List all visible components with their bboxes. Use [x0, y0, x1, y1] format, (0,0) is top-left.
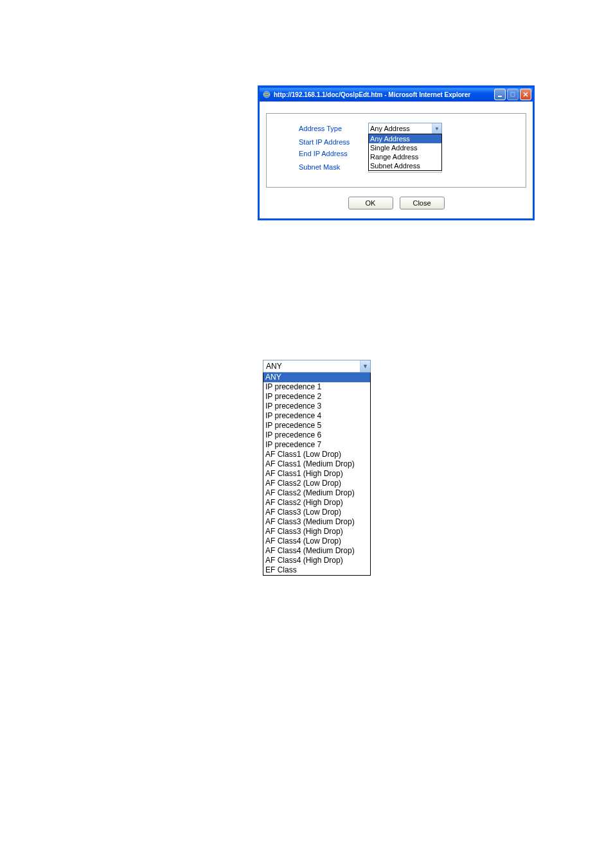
- titlebar[interactable]: http://192.168.1.1/doc/QosIpEdt.htm - Mi…: [260, 87, 533, 102]
- dropdown-option[interactable]: AF Class1 (High Drop): [263, 469, 370, 479]
- dropdown-option[interactable]: IP precedence 7: [263, 440, 370, 450]
- dropdown-option[interactable]: AF Class1 (Low Drop): [263, 450, 370, 459]
- minimize-button[interactable]: [494, 89, 506, 100]
- ie-icon: [262, 90, 271, 99]
- dscp-select-wrap: ANY ▼: [263, 360, 371, 373]
- close-button[interactable]: [520, 89, 531, 100]
- dropdown-option[interactable]: IP precedence 4: [263, 411, 370, 421]
- dropdown-option[interactable]: IP precedence 6: [263, 430, 370, 440]
- dropdown-option[interactable]: IP precedence 5: [263, 421, 370, 430]
- dropdown-option[interactable]: AF Class3 (Low Drop): [263, 508, 370, 517]
- dropdown-option[interactable]: Subnet Address: [369, 161, 441, 170]
- form-area: Address Type Any Address ▼ Any Address S…: [266, 113, 526, 188]
- dropdown-option[interactable]: Single Address: [369, 143, 441, 152]
- dropdown-option[interactable]: AF Class3 (Medium Drop): [263, 517, 370, 527]
- dropdown-option[interactable]: AF Class2 (Low Drop): [263, 479, 370, 488]
- button-row: OK Close: [266, 197, 526, 209]
- window-title: http://192.168.1.1/doc/QosIpEdt.htm - Mi…: [274, 91, 494, 98]
- dropdown-option[interactable]: EF Class: [263, 565, 370, 575]
- dropdown-option[interactable]: AF Class4 (High Drop): [263, 556, 370, 565]
- svg-rect-2: [511, 93, 515, 96]
- dropdown-option[interactable]: Range Address: [369, 152, 441, 161]
- ok-button[interactable]: OK: [348, 197, 393, 209]
- window-content: Address Type Any Address ▼ Any Address S…: [260, 102, 533, 218]
- svg-point-0: [263, 91, 270, 98]
- ie-window: http://192.168.1.1/doc/QosIpEdt.htm - Mi…: [258, 85, 535, 220]
- row-address-type: Address Type Any Address ▼ Any Address S…: [273, 123, 519, 134]
- svg-rect-1: [498, 96, 502, 97]
- dropdown-option[interactable]: AF Class4 (Medium Drop): [263, 546, 370, 556]
- close-button-form[interactable]: Close: [400, 197, 445, 209]
- maximize-button[interactable]: [507, 89, 519, 100]
- dropdown-option[interactable]: AF Class1 (Medium Drop): [263, 459, 370, 469]
- chevron-down-icon[interactable]: ▼: [360, 360, 370, 372]
- dropdown-option[interactable]: AF Class4 (Low Drop): [263, 536, 370, 546]
- dropdown-option[interactable]: AF Class2 (High Drop): [263, 498, 370, 508]
- dscp-dropdown-list: ANY IP precedence 1 IP precedence 2 IP p…: [263, 372, 371, 576]
- label-subnet-mask: Subnet Mask: [273, 163, 368, 171]
- address-type-select-wrap: Any Address ▼ Any Address Single Address…: [368, 123, 442, 134]
- dropdown-option[interactable]: Any Address: [369, 134, 441, 143]
- label-address-type: Address Type: [273, 125, 368, 132]
- label-end-ip: End IP Address: [273, 150, 368, 157]
- dscp-select[interactable]: ANY: [263, 360, 371, 373]
- address-type-select[interactable]: Any Address: [368, 123, 442, 134]
- chevron-down-icon[interactable]: ▼: [432, 123, 441, 134]
- address-type-dropdown: Any Address Single Address Range Address…: [368, 134, 442, 171]
- dropdown-option[interactable]: AF Class2 (Medium Drop): [263, 488, 370, 498]
- dropdown-option[interactable]: IP precedence 3: [263, 402, 370, 411]
- label-start-ip: Start IP Address: [273, 138, 368, 146]
- dropdown-option[interactable]: AF Class3 (High Drop): [263, 527, 370, 536]
- dropdown-option[interactable]: ANY: [263, 373, 370, 382]
- dropdown-option[interactable]: IP precedence 2: [263, 392, 370, 402]
- dropdown-option[interactable]: IP precedence 1: [263, 382, 370, 392]
- dscp-dropdown-area: ANY ▼ ANY IP precedence 1 IP precedence …: [260, 360, 371, 576]
- window-controls: [494, 89, 531, 100]
